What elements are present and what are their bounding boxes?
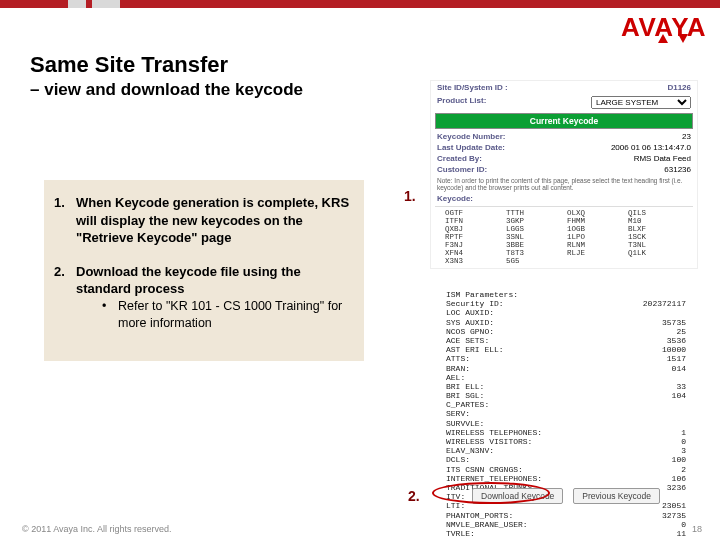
ism-row: WIRELESS VISITORS:0: [446, 437, 686, 446]
ism-row: ITS CSNN CRGNGS:2: [446, 465, 686, 474]
keycode-cell: TTTH: [506, 209, 567, 217]
ism-row: ISM Parameters:: [446, 290, 686, 299]
step-one-text: When Keycode generation is complete, KRS…: [76, 195, 349, 245]
ism-row: AEL:: [446, 373, 686, 382]
keycode-cell: RLJE: [567, 249, 628, 257]
product-list-select[interactable]: LARGE SYSTEM: [591, 96, 691, 109]
current-keycode-bar: Current Keycode: [435, 113, 693, 129]
copyright: © 2011 Avaya Inc. All rights reserved.: [22, 524, 172, 534]
step-two: 2. Download the keycode file using the s…: [52, 263, 350, 332]
keycode-cell: BLXF: [628, 225, 689, 233]
steps-panel: 1. When Keycode generation is complete, …: [44, 180, 364, 361]
ism-row: ACE SETS:3536: [446, 336, 686, 345]
ism-row: WIRELESS TELEPHONES:1: [446, 428, 686, 437]
ism-row: DCLS:100: [446, 455, 686, 464]
step-one-number: 1.: [54, 194, 65, 212]
keycode-cell: LGGS: [506, 225, 567, 233]
keycode-cell: 3BBE: [506, 241, 567, 249]
keycode-cell: ITFN: [445, 217, 506, 225]
keycode-cell: 1SCK: [628, 233, 689, 241]
step-two-bullet: Refer to "KR 101 - CS 1000 Training" for…: [102, 298, 350, 332]
keycode-cell: FHMM: [567, 217, 628, 225]
keycode-number-label: Keycode Number:: [437, 132, 505, 141]
keycode-cell: 3GKP: [506, 217, 567, 225]
keycode-cell: OLXQ: [567, 209, 628, 217]
ism-row: SYS AUXID:35735: [446, 318, 686, 327]
created-by-label: Created By:: [437, 154, 482, 163]
triangle-down-icon: [678, 34, 688, 43]
keycode-cell: 1OGB: [567, 225, 628, 233]
download-keycode-button[interactable]: Download Keycode: [472, 488, 563, 504]
ism-row: BRI ELL:33: [446, 382, 686, 391]
keycode-cell: X3N3: [445, 257, 506, 265]
ism-row: BRI SGL:104: [446, 391, 686, 400]
keycode-cell: QXBJ: [445, 225, 506, 233]
ism-row: AST ERI ELL:10000: [446, 345, 686, 354]
keycode-subheader: Keycode:: [431, 193, 697, 204]
ism-row: ELAV_N3NV:3: [446, 446, 686, 455]
triangle-up-icon: [658, 34, 668, 43]
keycode-cell: T3NL: [628, 241, 689, 249]
keycode-cell: T8T3: [506, 249, 567, 257]
keycode-cell: F3NJ: [445, 241, 506, 249]
ism-row: NMVLE_BRANE_USER:0: [446, 520, 686, 529]
ism-row: TVRLE:11: [446, 529, 686, 538]
page-title: Same Site Transfer: [30, 52, 228, 78]
ism-row: INTERNET_TELEPHONES:106: [446, 474, 686, 483]
ism-row: LOC AUXID:: [446, 308, 686, 317]
keycode-cell: 1LPO: [567, 233, 628, 241]
button-bar: Download Keycode Previous Keycode: [438, 488, 694, 504]
customer-id-value: 631236: [664, 165, 691, 174]
note-text: Note: In order to print the content of t…: [431, 175, 697, 193]
keycode-cell: RLNM: [567, 241, 628, 249]
keycode-cell: OGTF: [445, 209, 506, 217]
callout-two: 2.: [408, 488, 420, 504]
brand-mark: [658, 34, 688, 43]
site-id-label: Site ID/System ID :: [437, 83, 508, 92]
keycode-cell: M10: [628, 217, 689, 225]
screenshot-panel: Site ID/System ID : D1126 Product List: …: [430, 80, 698, 269]
step-two-number: 2.: [54, 263, 65, 281]
ism-row: PHANTOM_PORTS:32735: [446, 511, 686, 520]
callout-one: 1.: [404, 188, 416, 204]
created-by-value: RMS Data Feed: [634, 154, 691, 163]
last-update-label: Last Update Date:: [437, 143, 505, 152]
page-subtitle: – view and download the keycode: [30, 80, 303, 100]
keycode-cell: 5G5: [506, 257, 567, 265]
ism-row: BRAN:014: [446, 364, 686, 373]
ism-row: ATTS:1517: [446, 354, 686, 363]
product-list-label: Product List:: [437, 96, 486, 109]
step-two-text: Download the keycode file using the stan…: [76, 264, 301, 297]
keycode-cell: Q1LK: [628, 249, 689, 257]
keycode-grid: OGTFTTTHOLXQQILSITFN3GKPFHMMM10QXBJLGGS1…: [431, 209, 697, 268]
keycode-number-value: 23: [682, 132, 691, 141]
previous-keycode-button[interactable]: Previous Keycode: [573, 488, 660, 504]
customer-id-label: Customer ID:: [437, 165, 487, 174]
page-number: 18: [692, 524, 702, 534]
ism-row: SERV:: [446, 409, 686, 418]
ism-row: NCOS GPNO:25: [446, 327, 686, 336]
ism-row: C_PARTES:: [446, 400, 686, 409]
site-id-value: D1126: [667, 83, 691, 92]
keycode-cell: QILS: [628, 209, 689, 217]
ism-row: SURVVLE:: [446, 419, 686, 428]
slide-top-bar: [0, 0, 720, 8]
keycode-cell: XFN4: [445, 249, 506, 257]
last-update-value: 2006 01 06 13:14:47.0: [611, 143, 691, 152]
step-one: 1. When Keycode generation is complete, …: [52, 194, 350, 247]
keycode-cell: 3SNL: [506, 233, 567, 241]
ism-row: Security ID:202372117: [446, 299, 686, 308]
keycode-cell: RPTF: [445, 233, 506, 241]
